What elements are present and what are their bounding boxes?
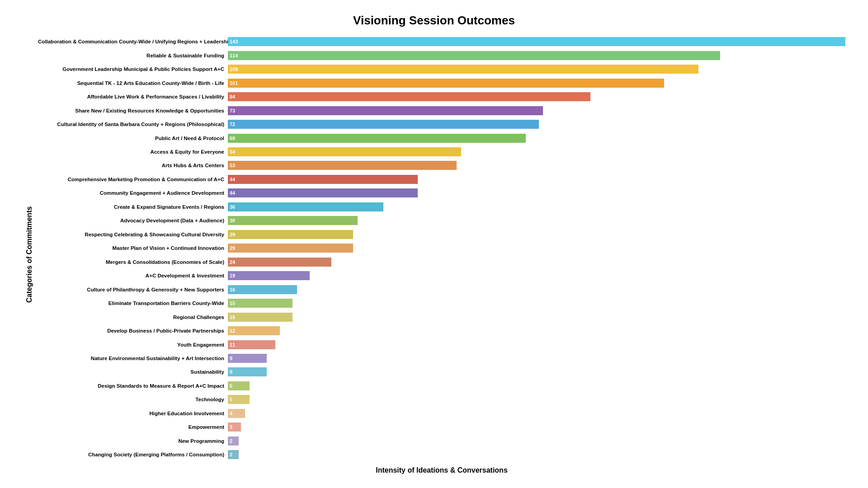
bar: 16 [228, 285, 297, 294]
bar: 72 [228, 120, 539, 129]
bar-wrapper: 109 [228, 65, 845, 74]
bar-wrapper: 2 [228, 436, 845, 446]
bar-wrapper: 101 [228, 79, 845, 88]
bar-label: Respecting Celebrating & Showcasing Cult… [38, 232, 228, 237]
bar: 5 [228, 381, 250, 390]
bar-label: Affordable Live Work & Performance Space… [38, 94, 228, 99]
bar-wrapper: 12 [228, 326, 845, 335]
bar-wrapper: 114 [228, 51, 845, 60]
bar-wrapper: 15 [228, 299, 845, 308]
bar-label: Reliable & Sustainable Funding [38, 53, 228, 58]
bar-value: 53 [230, 163, 235, 168]
bar-label: Higher Education Involvement [38, 411, 228, 416]
bar: 44 [228, 175, 418, 184]
bar: 9 [228, 367, 267, 376]
bar-row: Empowerment3 [38, 422, 845, 432]
bar-value: 5 [230, 383, 232, 389]
bar-label: Arts Hubs & Arts Centers [38, 163, 228, 168]
bar-value: 4 [230, 411, 232, 416]
bar-wrapper: 5 [228, 381, 845, 390]
bar: 3 [228, 422, 241, 432]
bar-wrapper: 5 [228, 395, 845, 404]
bar-wrapper: 69 [228, 134, 845, 143]
bar-row: Create & Expand Signature Events / Regio… [38, 202, 845, 212]
bar: 4 [228, 409, 245, 418]
bar-value: 101 [230, 80, 238, 86]
bar-wrapper: 16 [228, 285, 845, 294]
bar-row: Design Standards to Measure & Report A+C… [38, 381, 845, 391]
bar-label: Nature Environmental Sustainability + Ar… [38, 356, 228, 361]
bar-row: Comprehensive Marketing Promotion & Comm… [38, 174, 845, 184]
bar-row: Arts Hubs & Arts Centers53 [38, 160, 845, 170]
bar: 69 [228, 134, 526, 143]
bar: 2 [228, 436, 239, 446]
bar-value: 24 [230, 259, 235, 265]
bar-wrapper: 24 [228, 258, 845, 267]
bar-wrapper: 11 [228, 340, 845, 349]
chart-container: Visioning Session Outcomes Categories of… [23, 14, 845, 474]
bar-wrapper: 29 [228, 230, 845, 239]
bar-value: 12 [230, 328, 235, 333]
bar-wrapper: 9 [228, 354, 845, 363]
bar: 109 [228, 65, 698, 74]
bar-label: Cultural Identity of Santa Barbara Count… [38, 122, 228, 127]
bar-label: Design Standards to Measure & Report A+C… [38, 383, 228, 389]
bar-wrapper: 73 [228, 106, 845, 115]
x-axis-label: Intensity of Ideations & Conversations [38, 466, 845, 474]
bar-value: 29 [230, 245, 235, 251]
bar-label: Master Plan of Vision + Continued Innova… [38, 245, 228, 251]
bar-wrapper: 9 [228, 367, 845, 376]
bar: 12 [228, 326, 280, 335]
bar-label: Develop Business / Public-Private Partne… [38, 328, 228, 333]
bar-value: 72 [230, 122, 235, 127]
bar-row: Higher Education Involvement4 [38, 408, 845, 418]
bar-value: 143 [230, 39, 238, 44]
bars-section: Collaboration & Communication County-Wid… [38, 35, 845, 462]
bar-value: 109 [230, 66, 238, 72]
bar-wrapper: 2 [228, 450, 845, 459]
bar-label: Comprehensive Marketing Promotion & Comm… [38, 177, 228, 182]
bar-label: Youth Engagement [38, 342, 228, 347]
bar-row: Develop Business / Public-Private Partne… [38, 326, 845, 336]
bar-label: Collaboration & Communication County-Wid… [38, 39, 228, 44]
bar: 29 [228, 230, 353, 239]
bar: 73 [228, 106, 543, 115]
bar: 53 [228, 161, 457, 170]
bar-label: Mergers & Consolidations (Economies of S… [38, 259, 228, 265]
bar-label: Regional Challenges [38, 314, 228, 320]
bar-wrapper: 72 [228, 120, 845, 129]
bar-row: A+C Development & Investment19 [38, 271, 845, 281]
bar-value: 5 [230, 397, 232, 402]
bar: 29 [228, 244, 353, 253]
bar-value: 19 [230, 273, 235, 278]
bar-value: 44 [230, 190, 235, 196]
bar-row: Nature Environmental Sustainability + Ar… [38, 353, 845, 363]
bar-row: Collaboration & Communication County-Wid… [38, 37, 845, 47]
bar-label: Government Leadership Municipal & Public… [38, 66, 228, 72]
bar: 84 [228, 92, 590, 101]
bar: 143 [228, 37, 845, 46]
y-axis-label: Categories of Commitments [23, 35, 36, 474]
bar-value: 15 [230, 300, 235, 306]
bar-value: 15 [230, 314, 235, 320]
chart-title: Visioning Session Outcomes [353, 14, 515, 28]
bar-row: Reliable & Sustainable Funding114 [38, 51, 845, 61]
bar-label: Eliminate Transportation Barriers County… [38, 300, 228, 306]
bar-wrapper: 19 [228, 271, 845, 280]
bar-row: New Programming2 [38, 436, 845, 446]
bar-row: Public Art / Need & Protocol69 [38, 133, 845, 143]
bar-value: 29 [230, 232, 235, 237]
bar-wrapper: 30 [228, 216, 845, 225]
bar-value: 2 [230, 438, 232, 444]
bar-label: Sequential TK - 12 Arts Education County… [38, 80, 228, 86]
bar: 15 [228, 313, 292, 322]
bar-wrapper: 44 [228, 175, 845, 184]
bar-value: 9 [230, 356, 232, 361]
bar-value: 84 [230, 94, 235, 99]
bar-row: Eliminate Transportation Barriers County… [38, 298, 845, 308]
bar-label: Community Engagement + Audience Developm… [38, 190, 228, 196]
bar-row: Changing Society (Emerging Platforms / C… [38, 450, 845, 460]
bar-wrapper: 29 [228, 244, 845, 253]
bar: 30 [228, 216, 358, 225]
bar: 19 [228, 271, 310, 280]
